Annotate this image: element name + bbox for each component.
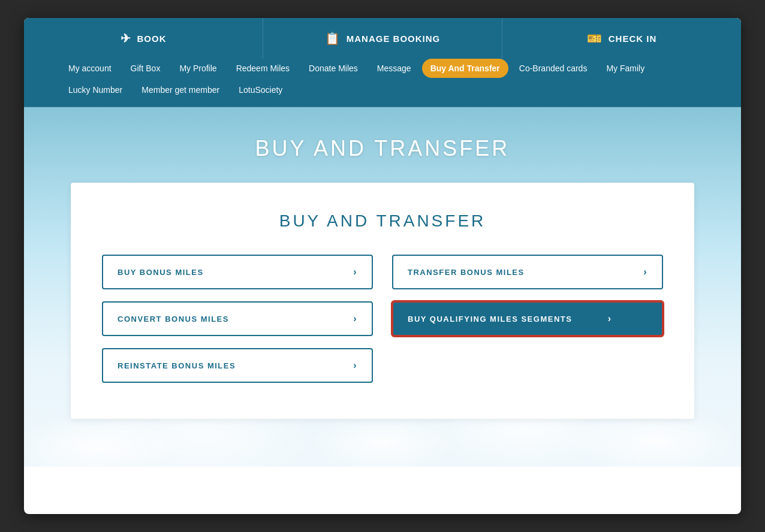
- top-nav-manage-booking[interactable]: 📋 MANAGE BOOKING: [263, 18, 502, 59]
- empty-grid-cell: [392, 348, 663, 383]
- sidebar-item-co-branded-cards[interactable]: Co-Branded cards: [511, 59, 596, 78]
- buy-qualifying-miles-segments-button[interactable]: BUY QUALIFYING MILES SEGMENTS ›: [392, 301, 663, 336]
- chevron-right-icon: ›: [353, 313, 357, 324]
- hero-title: BUY AND TRANSFER: [255, 136, 510, 161]
- convert-bonus-miles-button[interactable]: CONVERT BONUS MILES ›: [102, 301, 373, 336]
- check-in-icon: 🎫: [587, 31, 603, 46]
- manage-booking-icon: 📋: [325, 31, 341, 46]
- browser-frame: ✈ BOOK 📋 MANAGE BOOKING 🎫 CHECK IN My ac…: [24, 18, 741, 514]
- top-nav-manage-booking-label: MANAGE BOOKING: [347, 34, 441, 44]
- sidebar-item-my-profile[interactable]: My Profile: [171, 59, 225, 78]
- secondary-nav-row: My account Gift Box My Profile Redeem Mi…: [60, 59, 705, 78]
- top-nav-check-in-label: CHECK IN: [609, 34, 657, 44]
- sidebar-item-my-account[interactable]: My account: [60, 59, 120, 78]
- buy-bonus-miles-button[interactable]: BUY BONUS MILES ›: [102, 255, 373, 289]
- chevron-right-icon: ›: [353, 267, 357, 277]
- options-grid: BUY BONUS MILES › TRANSFER BONUS MILES ›…: [102, 255, 663, 383]
- main-card: BUY AND TRANSFER BUY BONUS MILES › TRANS…: [71, 183, 694, 419]
- plane-icon: ✈: [121, 31, 131, 46]
- sidebar-item-message[interactable]: Message: [369, 59, 420, 78]
- chevron-right-icon: ›: [643, 267, 647, 277]
- sidebar-item-buy-and-transfer[interactable]: Buy And Transfer: [422, 59, 508, 78]
- sidebar-item-lucky-number[interactable]: Lucky Number: [60, 80, 131, 99]
- sidebar-item-lotu-society[interactable]: LotuSociety: [230, 80, 291, 99]
- top-nav-book-label: BOOK: [137, 34, 167, 44]
- top-navigation: ✈ BOOK 📋 MANAGE BOOKING 🎫 CHECK IN: [24, 18, 741, 59]
- secondary-nav-row-2: Lucky Number Member get member LotuSocie…: [60, 80, 705, 99]
- sidebar-item-redeem-miles[interactable]: Redeem Miles: [228, 59, 298, 78]
- sidebar-item-my-family[interactable]: My Family: [598, 59, 653, 78]
- chevron-right-icon: ›: [608, 313, 612, 324]
- reinstate-bonus-miles-button[interactable]: REINSTATE BONUS MILES ›: [102, 348, 373, 383]
- chevron-right-icon: ›: [353, 360, 357, 371]
- top-nav-check-in[interactable]: 🎫 CHECK IN: [502, 18, 741, 59]
- transfer-bonus-miles-button[interactable]: TRANSFER BONUS MILES ›: [392, 255, 663, 289]
- sidebar-item-member-get-member[interactable]: Member get member: [133, 80, 228, 99]
- secondary-navigation: My account Gift Box My Profile Redeem Mi…: [24, 59, 741, 107]
- hero-section: BUY AND TRANSFER BUY AND TRANSFER BUY BO…: [24, 107, 741, 467]
- card-title: BUY AND TRANSFER: [102, 211, 663, 231]
- top-nav-book[interactable]: ✈ BOOK: [24, 18, 263, 59]
- sidebar-item-gift-box[interactable]: Gift Box: [122, 59, 169, 78]
- sidebar-item-donate-miles[interactable]: Donate Miles: [300, 59, 366, 78]
